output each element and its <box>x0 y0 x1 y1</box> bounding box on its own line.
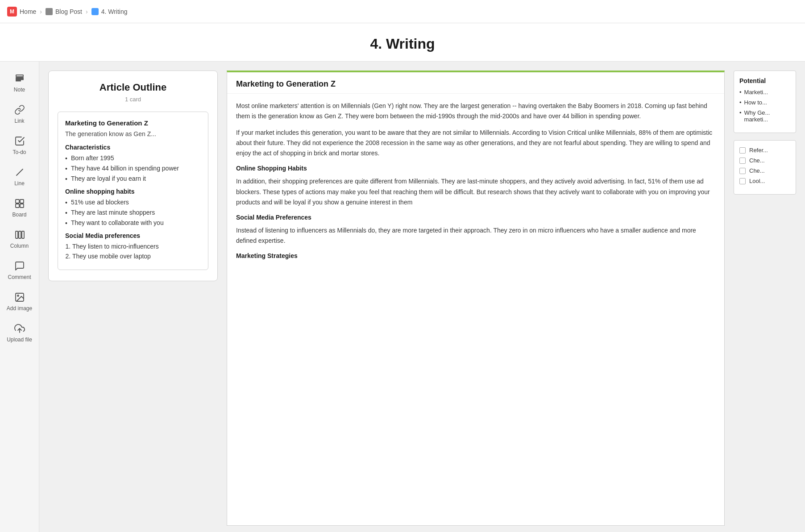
list-item: They listen to micro-influencers <box>72 243 201 250</box>
article-title: Marketing to Generation Z <box>236 79 715 89</box>
breadcrumb-home[interactable]: M Home <box>7 7 36 17</box>
breadcrumb-sep-2: › <box>86 8 88 15</box>
comment-icon <box>13 260 26 272</box>
checkbox[interactable] <box>739 178 746 184</box>
list-item: They use mobile over laptop <box>72 253 201 260</box>
sidebar-item-upload-file-label: Upload file <box>7 337 32 343</box>
characteristics-list: Born after 1995 They have 44 billion in … <box>65 154 201 183</box>
article-para-2: If your market includes this generation,… <box>236 128 715 158</box>
sidebar-item-link-label: Link <box>14 118 24 124</box>
home-app-icon: M <box>7 7 17 17</box>
svg-rect-8 <box>20 204 24 208</box>
svg-rect-3 <box>16 80 21 81</box>
section-heading-characteristics: Characteristics <box>65 144 201 151</box>
page-title: 4. Writing <box>0 36 805 52</box>
upload-icon <box>13 322 26 335</box>
sidebar-item-add-image-label: Add image <box>7 305 32 312</box>
shopping-list: 51% use ad blockers They are last minute… <box>65 199 201 227</box>
line-icon <box>13 166 26 179</box>
potential-card: Potential Marketi... How to... Why Ge...… <box>734 71 796 133</box>
checklist-item[interactable]: Refer... <box>739 147 790 154</box>
main-article-panel: Marketing to Generation Z Most online ma… <box>227 71 725 526</box>
content-area: Article Outline 1 card Marketing to Gene… <box>39 62 805 532</box>
svg-rect-0 <box>16 75 23 77</box>
sidebar-item-link[interactable]: Link <box>4 100 35 128</box>
sidebar-item-board-label: Board <box>12 212 26 218</box>
article-section-social-content: Instead of listening to influencers as M… <box>236 225 715 246</box>
breadcrumb-blog-post[interactable]: Blog Post <box>46 8 82 15</box>
list-item: They are loyal if you earn it <box>65 175 201 183</box>
svg-rect-2 <box>16 79 23 80</box>
checklist: Refer... Che... Che... Lool... <box>739 147 790 184</box>
checklist-item[interactable]: Lool... <box>739 178 790 184</box>
breadcrumb-writing-label[interactable]: 4. Writing <box>101 8 128 15</box>
svg-rect-6 <box>20 200 24 203</box>
sidebar-item-note[interactable]: Note <box>4 69 35 96</box>
sidebar-item-comment[interactable]: Comment <box>4 256 35 284</box>
writing-icon <box>91 8 99 15</box>
svg-rect-7 <box>16 204 19 208</box>
breadcrumb-home-label[interactable]: Home <box>20 8 36 15</box>
page-title-bar: 4. Writing <box>0 23 805 62</box>
sidebar-item-add-image[interactable]: Add image <box>4 287 35 315</box>
link-icon <box>13 104 26 116</box>
outline-card-inner: Marketing to Generation Z The generation… <box>58 112 208 270</box>
breadcrumb-writing[interactable]: 4. Writing <box>91 8 128 15</box>
article-para-1: Most online marketers' attention is on M… <box>236 101 715 121</box>
sidebar-item-line[interactable]: Line <box>4 162 35 190</box>
card-heading: Marketing to Generation Z <box>65 119 201 127</box>
checklist-item[interactable]: Che... <box>739 167 790 174</box>
breadcrumb-blog-post-label[interactable]: Blog Post <box>55 8 82 15</box>
breadcrumb-sep-1: › <box>40 8 42 15</box>
svg-rect-11 <box>22 231 24 238</box>
left-sidebar: Note Link To-do Line Board <box>0 62 39 532</box>
board-icon <box>13 197 26 210</box>
potential-card-title: Potential <box>739 77 790 84</box>
card-desc: The generation know as Gen Z... <box>65 130 201 137</box>
outline-subtitle: 1 card <box>58 96 208 103</box>
potential-list: Marketi... How to... Why Ge... marketi..… <box>739 89 790 123</box>
list-item: Why Ge... marketi... <box>739 109 790 123</box>
article-header: Marketing to Generation Z <box>227 72 724 94</box>
checkbox[interactable] <box>739 168 746 174</box>
blog-post-icon <box>46 8 53 15</box>
list-item: They have 44 billion in spending power <box>65 165 201 172</box>
sidebar-item-todo-label: To-do <box>12 149 26 155</box>
svg-rect-9 <box>16 231 18 238</box>
column-icon <box>13 229 26 241</box>
outline-title: Article Outline <box>58 82 208 93</box>
note-icon <box>13 72 26 85</box>
checklist-item[interactable]: Che... <box>739 157 790 164</box>
todo-icon <box>13 135 26 147</box>
svg-line-4 <box>17 169 23 175</box>
main-layout: Note Link To-do Line Board <box>0 62 805 532</box>
right-panel: Potential Marketi... How to... Why Ge...… <box>734 71 796 526</box>
sidebar-item-note-label: Note <box>14 87 25 93</box>
outline-card-container: Article Outline 1 card Marketing to Gene… <box>48 71 218 281</box>
svg-rect-10 <box>19 231 21 238</box>
sidebar-item-column[interactable]: Column <box>4 225 35 253</box>
checkbox[interactable] <box>739 158 746 164</box>
social-list: They listen to micro-influencers They us… <box>65 243 201 260</box>
outline-panel: Article Outline 1 card Marketing to Gene… <box>48 71 218 526</box>
list-item: They are last minute shoppers <box>65 209 201 216</box>
image-icon <box>13 291 26 303</box>
section-heading-social: Social Media preferences <box>65 232 201 239</box>
article-section-social: Social Media Preferences <box>236 214 715 221</box>
svg-rect-1 <box>16 78 23 79</box>
article-section-shopping: Online Shopping Habits <box>236 165 715 172</box>
list-item: Born after 1995 <box>65 154 201 162</box>
sidebar-item-board[interactable]: Board <box>4 194 35 221</box>
article-section-marketing: Marketing Strategies <box>236 252 715 259</box>
list-item: They want to collaborate with you <box>65 219 201 227</box>
list-item: Marketi... <box>739 89 790 96</box>
article-section-shopping-content: In addition, their shopping preferences … <box>236 176 715 207</box>
checkbox[interactable] <box>739 147 746 154</box>
sidebar-item-column-label: Column <box>10 243 29 249</box>
svg-point-13 <box>17 295 19 296</box>
sidebar-item-upload-file[interactable]: Upload file <box>4 319 35 346</box>
article-body: Most online marketers' attention is on M… <box>227 94 724 271</box>
sidebar-item-todo[interactable]: To-do <box>4 131 35 159</box>
list-item: 51% use ad blockers <box>65 199 201 206</box>
breadcrumb: M Home › Blog Post › 4. Writing <box>0 0 805 23</box>
